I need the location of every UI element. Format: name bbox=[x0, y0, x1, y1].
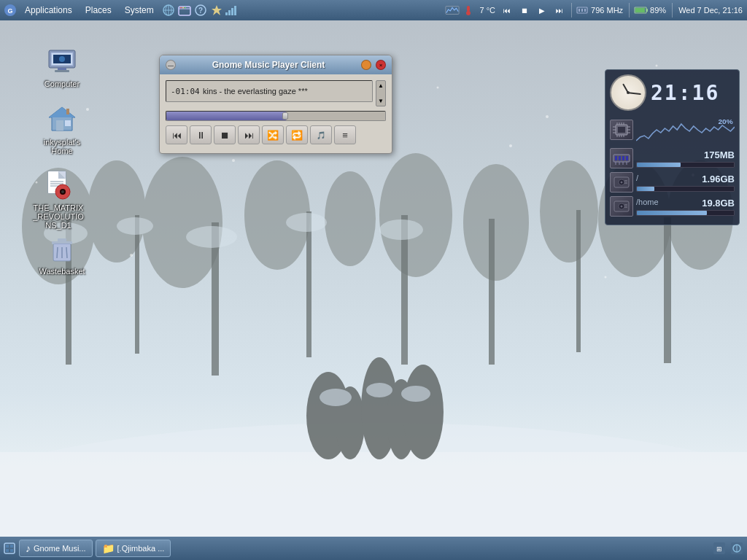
disk2-bar bbox=[636, 210, 735, 216]
player-menu-btn[interactable] bbox=[361, 60, 371, 70]
taskbar-top: G Applications Places System ? bbox=[0, 0, 747, 20]
network-icon[interactable] bbox=[161, 3, 176, 18]
sysmon-cpu-section: 20% bbox=[610, 115, 735, 144]
disk1-bar-fill bbox=[637, 187, 654, 191]
ram-info: 175MB bbox=[636, 149, 735, 168]
taskbar-music-player[interactable]: ♪ Gnome Musi... bbox=[19, 540, 93, 557]
svg-point-40 bbox=[232, 159, 235, 162]
media-stop[interactable]: ⏹ bbox=[517, 3, 532, 18]
svg-point-76 bbox=[59, 56, 65, 62]
files-taskbar-label: [.Qjimbaka ... bbox=[117, 544, 165, 553]
svg-text:20%: 20% bbox=[719, 118, 734, 125]
show-desktop-btn[interactable] bbox=[3, 542, 16, 555]
media-prev[interactable]: ⏮ bbox=[500, 3, 514, 18]
media-play[interactable]: ▶ bbox=[535, 3, 549, 18]
svg-point-32 bbox=[366, 383, 392, 397]
svg-rect-20 bbox=[664, 217, 671, 363]
player-close-btn[interactable]: × bbox=[376, 60, 386, 70]
desktop-icon-trash[interactable]: Wastebasket bbox=[33, 228, 91, 279]
menu-applications[interactable]: Applications bbox=[19, 4, 78, 17]
disk1-icon bbox=[610, 172, 633, 192]
sysmon-cpu-row: 20% bbox=[610, 115, 735, 144]
ram-bar-fill bbox=[637, 163, 681, 167]
desktop-icon-computer[interactable]: Computer bbox=[33, 40, 91, 91]
player-visualize-btn[interactable]: 🎵 bbox=[310, 125, 332, 144]
taskbar-files[interactable]: 📁 [.Qjimbaka ... bbox=[96, 540, 171, 557]
sysmon-applet bbox=[445, 3, 460, 18]
sysmon-clock-row: 21:16 bbox=[610, 74, 735, 111]
player-body: -01:04 kins - the everlasting gaze *** ▲… bbox=[160, 74, 392, 153]
svg-point-26 bbox=[306, 372, 350, 459]
menu-places[interactable]: Places bbox=[80, 4, 117, 17]
svg-point-41 bbox=[509, 144, 512, 147]
svg-rect-118 bbox=[615, 156, 617, 160]
svg-marker-80 bbox=[49, 107, 75, 117]
battery-pct: 89% bbox=[649, 6, 667, 15]
player-shuffle-btn[interactable]: 🔀 bbox=[262, 125, 284, 144]
disk1-mount: / bbox=[636, 174, 638, 184]
svg-rect-61 bbox=[467, 6, 470, 12]
svg-point-45 bbox=[605, 276, 607, 279]
svg-marker-59 bbox=[212, 5, 222, 15]
player-prev-btn[interactable]: ⏮ bbox=[166, 125, 187, 144]
matrix-label: THE_MATRIX_REVOLUTIONS_D1 bbox=[32, 203, 85, 230]
temperature bbox=[462, 4, 476, 16]
svg-rect-100 bbox=[618, 127, 625, 133]
player-track: kins - the everlasting gaze *** bbox=[203, 87, 368, 96]
player-playlist-btn[interactable]: ≡ bbox=[334, 125, 356, 144]
taskbar-bottom: ♪ Gnome Musi... 📁 [.Qjimbaka ... ⊞ bbox=[0, 537, 747, 560]
svg-point-30 bbox=[403, 365, 444, 459]
cpu-sparkline: 20% bbox=[636, 115, 735, 144]
svg-point-38 bbox=[546, 115, 549, 118]
menu-system[interactable]: System bbox=[119, 4, 160, 17]
disk2-label-row: /home 19.8GB bbox=[636, 198, 735, 209]
svg-rect-66 bbox=[584, 9, 586, 12]
player-scrollbar[interactable]: ▲ ▼ bbox=[376, 80, 386, 106]
svg-point-4 bbox=[244, 160, 310, 270]
sysmon-widget: 21:16 bbox=[605, 69, 740, 225]
svg-rect-74 bbox=[55, 70, 69, 72]
cpu-freq-applet: 796 MHz bbox=[576, 5, 624, 15]
svg-rect-137 bbox=[6, 545, 9, 548]
taskbar-bottom-icon2[interactable] bbox=[729, 541, 744, 556]
desktop-icon-home[interactable]: inkysplat's Home bbox=[33, 98, 91, 158]
settings-icon[interactable] bbox=[209, 3, 224, 18]
svg-rect-17 bbox=[401, 215, 408, 365]
player-progress-bar[interactable] bbox=[166, 111, 386, 121]
player-next-btn[interactable]: ⏭ bbox=[238, 125, 260, 144]
sep2 bbox=[629, 3, 630, 18]
help-icon[interactable]: ? bbox=[193, 3, 208, 18]
svg-text:G: G bbox=[7, 7, 12, 15]
cpu-icon bbox=[610, 120, 633, 140]
svg-rect-81 bbox=[66, 109, 69, 114]
player-pause-btn[interactable]: ⏸ bbox=[190, 125, 212, 144]
cpu-freq: 796 MHz bbox=[589, 6, 624, 15]
desktop-icon-matrix[interactable]: THE_MATRIX_REVOLUTIONS_D1 bbox=[29, 164, 88, 233]
player-repeat-btn[interactable]: 🔁 bbox=[286, 125, 308, 144]
svg-point-6 bbox=[379, 153, 452, 277]
disk2-mount: /home bbox=[636, 198, 659, 209]
svg-point-33 bbox=[401, 386, 430, 402]
volume-control[interactable] bbox=[225, 5, 236, 15]
svg-point-3 bbox=[142, 157, 222, 288]
svg-rect-139 bbox=[6, 549, 9, 552]
analog-clock bbox=[610, 74, 646, 111]
svg-point-8 bbox=[540, 160, 598, 262]
computer-label: Computer bbox=[44, 79, 80, 88]
player-stop-btn[interactable]: ⏹ bbox=[214, 125, 236, 144]
media-next[interactable]: ⏭ bbox=[552, 3, 567, 18]
svg-point-31 bbox=[320, 389, 352, 406]
svg-text:⊞: ⊞ bbox=[716, 545, 722, 553]
player-titlebar: — Gnome Music Player Client × bbox=[160, 55, 392, 74]
svg-rect-65 bbox=[581, 9, 583, 12]
player-minimize-btn[interactable]: — bbox=[166, 60, 176, 70]
svg-point-2 bbox=[88, 160, 146, 262]
svg-rect-15 bbox=[212, 222, 219, 376]
svg-point-5 bbox=[325, 171, 376, 266]
temp-value: 7 °C bbox=[479, 6, 498, 15]
player-display: -01:04 kins - the everlasting gaze *** bbox=[166, 80, 373, 102]
svg-point-25 bbox=[379, 219, 423, 240]
svg-rect-98 bbox=[53, 244, 71, 261]
browser-icon[interactable] bbox=[177, 3, 192, 18]
player-title: Gnome Music Player Client bbox=[180, 60, 357, 70]
